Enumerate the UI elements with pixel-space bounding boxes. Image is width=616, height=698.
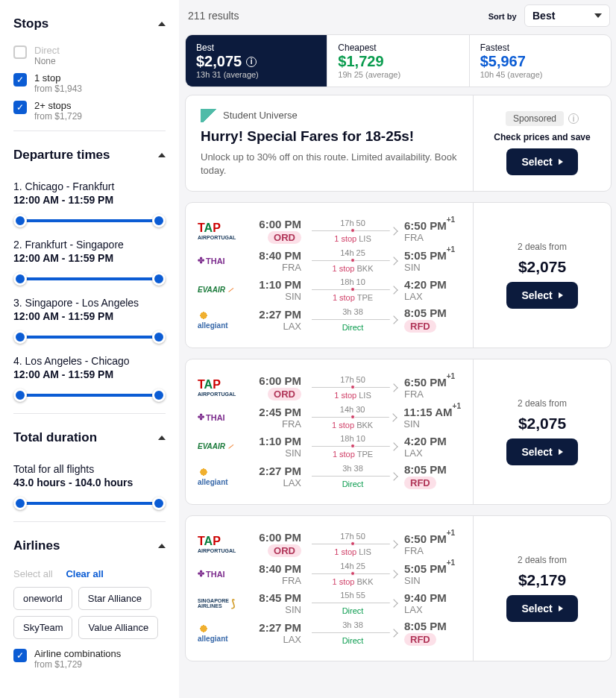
chevron-up-icon [158, 436, 166, 440]
tap-logo: TAPAIRPORTUGAL [198, 221, 239, 240]
flight-leg: allegiant 2:27 PM LAX 3h 38 Direct 8:05 … [198, 620, 461, 646]
tab-fastest[interactable]: Fastest $5,967 10h 45 (average) [470, 35, 611, 87]
divider [13, 521, 166, 522]
flight-leg: SINGAPOREAIRLINES⟆ 8:45 PM SIN 15h 55 Di… [198, 591, 461, 615]
dep-leg-range: 12:00 AM - 11:59 PM [13, 252, 166, 264]
departure-header[interactable]: Departure times [13, 140, 166, 170]
dep-leg-range: 12:00 AM - 11:59 PM [13, 310, 166, 322]
dep-leg-title: 1. Chicago - Frankfurt [13, 180, 166, 192]
departure-block: 1:10 PM SIN [245, 278, 301, 302]
deals-text: 2 deals from [518, 555, 567, 565]
select-button[interactable]: Select [506, 282, 577, 309]
departure-block: 6:00 PM ORD [245, 218, 301, 244]
arrival-block: 5:05 PM+1 SIN [404, 248, 461, 273]
chevron-up-icon [158, 544, 166, 548]
flight-leg: EVAAIR⟋ 1:10 PM SIN 18h 10 1 stop TPE 4:… [198, 277, 461, 302]
stops-checkbox-2[interactable]: ✓ [13, 101, 27, 114]
thai-logo: ✤THAI [198, 412, 239, 422]
sun-icon [198, 466, 210, 478]
arrow-right-icon [559, 606, 563, 611]
duration-header[interactable]: Total duration [13, 423, 166, 453]
select-all-link: Select all [13, 568, 53, 579]
chevron-up-icon [158, 22, 166, 26]
thai-logo: ✤THAI [198, 256, 239, 265]
arrival-block: 4:20 PM LAX [404, 278, 461, 302]
duration-title: Total duration [13, 430, 97, 445]
promo-headline: Hurry! Special Fares for 18-25s! [201, 128, 458, 145]
duration-range: 43.0 hours - 104.0 hours [13, 477, 166, 488]
alliance-chip[interactable]: Value Alliance [78, 616, 158, 639]
flight-result-card[interactable]: TAPAIRPORTUGAL 6:00 PM ORD 17h 50 1 stop… [185, 359, 612, 505]
flight-leg: TAPAIRPORTUGAL 6:00 PM ORD 17h 50 1 stop… [198, 531, 461, 557]
deals-text: 2 deals from [518, 242, 567, 252]
dep-leg-title: 2. Frankfurt - Singapore [13, 239, 166, 251]
stops-title: Stops [13, 16, 48, 31]
tab-cheapest[interactable]: Cheapest $1,729 19h 25 (average) [327, 35, 469, 87]
results-main: 211 results Sort by Best Best $2,075i 13… [179, 0, 616, 698]
airlines-header[interactable]: Airlines [13, 531, 166, 561]
dep-leg-range: 12:00 AM - 11:59 PM [13, 194, 166, 206]
airline-combo-checkbox[interactable]: ✓ [13, 649, 27, 662]
clear-all-link[interactable]: Clear all [66, 568, 104, 579]
stops-checkbox-1[interactable]: ✓ [13, 73, 27, 87]
alliance-chip[interactable]: oneworld [13, 587, 72, 610]
flight-result-card[interactable]: TAPAIRPORTUGAL 6:00 PM ORD 17h 50 1 stop… [185, 202, 612, 348]
tab-best[interactable]: Best $2,075i 13h 31 (average) [186, 35, 327, 87]
dep-slider-2[interactable] [13, 330, 166, 345]
route-line: 3h 38 Direct [307, 620, 398, 645]
route-line: 3h 38 Direct [307, 307, 398, 332]
dep-slider-0[interactable] [13, 213, 166, 228]
departure-block: 6:00 PM ORD [245, 374, 301, 400]
arrival-block: 8:05 PM RFD [404, 620, 461, 646]
stops-sublabel: None [34, 56, 60, 66]
alliance-chip[interactable]: Star Alliance [78, 587, 151, 610]
route-line: 14h 25 1 stop BKK [307, 248, 398, 273]
airline-combo-sub: from $1,729 [34, 659, 121, 670]
stops-label: 1 stop [34, 72, 82, 84]
dep-slider-3[interactable] [13, 388, 166, 403]
departure-block: 2:27 PM LAX [245, 621, 301, 645]
arrow-right-icon [559, 449, 563, 455]
alliance-chip[interactable]: SkyTeam [13, 616, 72, 639]
eva-logo: EVAAIR⟋ [198, 442, 239, 450]
stops-header[interactable]: Stops [13, 9, 166, 39]
divider [13, 131, 166, 131]
select-button[interactable]: Select [506, 438, 577, 465]
route-line: 17h 50 1 stop LIS [307, 532, 398, 556]
sort-select[interactable]: Best [524, 4, 610, 27]
sponsored-badge: Sponsored [506, 111, 564, 126]
info-icon[interactable]: i [568, 113, 579, 124]
duration-slider[interactable] [13, 496, 166, 511]
departure-title: Departure times [13, 148, 110, 163]
thai-logo: ✤THAI [198, 569, 239, 579]
info-icon[interactable]: i [246, 57, 257, 67]
tap-logo: TAPAIRPORTUGAL [198, 535, 239, 553]
route-line: 18h 10 1 stop TPE [307, 277, 398, 302]
departure-block: 6:00 PM ORD [245, 531, 301, 557]
flight-leg: TAPAIRPORTUGAL 6:00 PM ORD 17h 50 1 stop… [198, 218, 461, 244]
eva-logo: EVAAIR⟋ [198, 286, 239, 294]
route-line: 18h 10 1 stop TPE [307, 434, 398, 459]
flight-leg: ✤THAI 8:40 PM FRA 14h 25 1 stop BKK 5:05… [198, 248, 461, 273]
route-line: 3h 38 Direct [307, 464, 398, 488]
stops-sublabel: from $1,943 [34, 84, 82, 94]
arrival-block: 4:20 PM LAX [404, 435, 461, 459]
deals-text: 2 deals from [518, 398, 567, 409]
select-button[interactable]: Select [506, 595, 577, 622]
flight-result-card[interactable]: TAPAIRPORTUGAL 6:00 PM ORD 17h 50 1 stop… [185, 515, 612, 661]
route-line: 14h 25 1 stop BKK [307, 562, 398, 586]
sun-icon [198, 309, 210, 321]
allegiant-logo: allegiant [198, 466, 239, 486]
stops-label: Direct [34, 45, 60, 56]
arrow-right-icon [559, 159, 563, 165]
promo-select-button[interactable]: Select [506, 148, 577, 175]
stops-label: 2+ stops [34, 100, 82, 111]
arrival-block: 9:40 PM LAX [404, 591, 461, 615]
duration-label: Total for all flights [13, 463, 166, 475]
promo-card: Student Universe Hurry! Special Fares fo… [185, 95, 612, 192]
route-line: 14h 30 1 stop BKK [307, 405, 397, 430]
flight-leg: TAPAIRPORTUGAL 6:00 PM ORD 17h 50 1 stop… [198, 374, 461, 400]
dep-slider-1[interactable] [13, 271, 166, 286]
stops-checkbox-0 [13, 45, 27, 59]
departure-block: 8:40 PM FRA [245, 562, 301, 586]
